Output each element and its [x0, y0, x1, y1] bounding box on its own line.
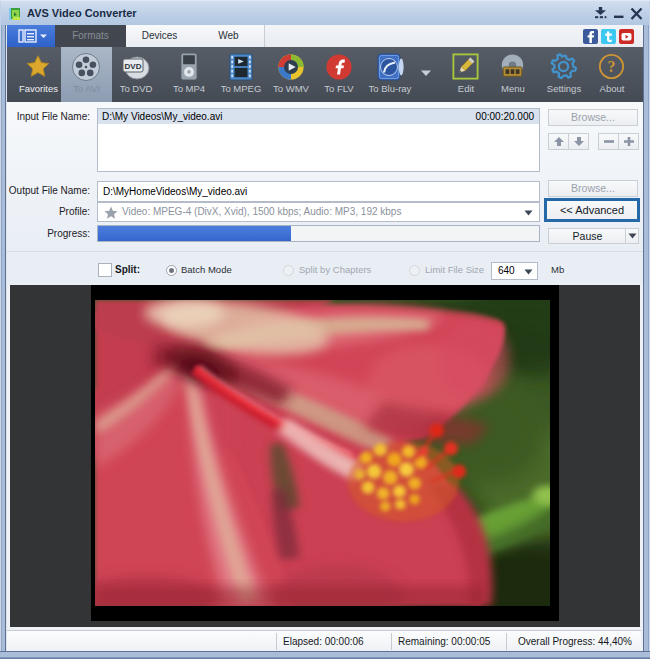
svg-text:?: ? — [608, 58, 616, 75]
svg-text:DVD: DVD — [125, 62, 142, 71]
